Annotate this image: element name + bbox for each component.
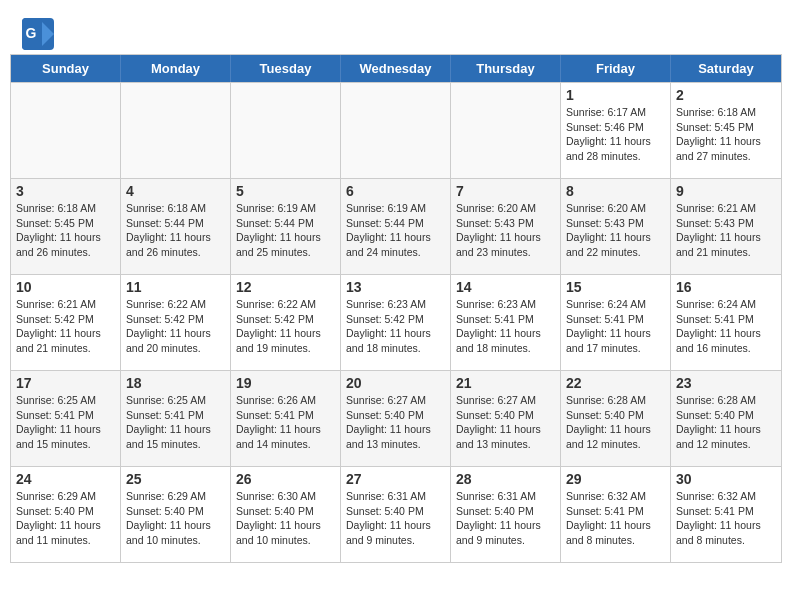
day-info: Sunrise: 6:31 AMSunset: 5:40 PMDaylight:…	[346, 489, 445, 548]
day-number: 24	[16, 471, 115, 487]
calendar-cell: 5Sunrise: 6:19 AMSunset: 5:44 PMDaylight…	[231, 179, 341, 274]
day-number: 6	[346, 183, 445, 199]
calendar-cell: 19Sunrise: 6:26 AMSunset: 5:41 PMDayligh…	[231, 371, 341, 466]
day-number: 19	[236, 375, 335, 391]
day-info: Sunrise: 6:29 AMSunset: 5:40 PMDaylight:…	[16, 489, 115, 548]
day-info: Sunrise: 6:31 AMSunset: 5:40 PMDaylight:…	[456, 489, 555, 548]
day-number: 3	[16, 183, 115, 199]
weekday-header-tuesday: Tuesday	[231, 55, 341, 82]
calendar-cell: 14Sunrise: 6:23 AMSunset: 5:41 PMDayligh…	[451, 275, 561, 370]
day-number: 8	[566, 183, 665, 199]
day-info: Sunrise: 6:27 AMSunset: 5:40 PMDaylight:…	[456, 393, 555, 452]
logo-icon: G	[20, 16, 50, 46]
day-number: 17	[16, 375, 115, 391]
day-info: Sunrise: 6:25 AMSunset: 5:41 PMDaylight:…	[126, 393, 225, 452]
day-info: Sunrise: 6:32 AMSunset: 5:41 PMDaylight:…	[676, 489, 776, 548]
day-number: 20	[346, 375, 445, 391]
day-info: Sunrise: 6:18 AMSunset: 5:44 PMDaylight:…	[126, 201, 225, 260]
weekday-header-monday: Monday	[121, 55, 231, 82]
day-info: Sunrise: 6:18 AMSunset: 5:45 PMDaylight:…	[16, 201, 115, 260]
day-number: 13	[346, 279, 445, 295]
day-number: 29	[566, 471, 665, 487]
day-number: 22	[566, 375, 665, 391]
page-header: G	[0, 0, 792, 54]
day-number: 16	[676, 279, 776, 295]
calendar-cell: 2Sunrise: 6:18 AMSunset: 5:45 PMDaylight…	[671, 83, 781, 178]
day-number: 7	[456, 183, 555, 199]
calendar-cell: 21Sunrise: 6:27 AMSunset: 5:40 PMDayligh…	[451, 371, 561, 466]
calendar-cell: 17Sunrise: 6:25 AMSunset: 5:41 PMDayligh…	[11, 371, 121, 466]
day-number: 18	[126, 375, 225, 391]
calendar-cell: 15Sunrise: 6:24 AMSunset: 5:41 PMDayligh…	[561, 275, 671, 370]
calendar-cell: 24Sunrise: 6:29 AMSunset: 5:40 PMDayligh…	[11, 467, 121, 562]
day-number: 11	[126, 279, 225, 295]
day-info: Sunrise: 6:23 AMSunset: 5:41 PMDaylight:…	[456, 297, 555, 356]
day-info: Sunrise: 6:23 AMSunset: 5:42 PMDaylight:…	[346, 297, 445, 356]
calendar-week-5: 24Sunrise: 6:29 AMSunset: 5:40 PMDayligh…	[11, 466, 781, 562]
calendar: SundayMondayTuesdayWednesdayThursdayFrid…	[10, 54, 782, 563]
calendar-cell	[11, 83, 121, 178]
day-info: Sunrise: 6:21 AMSunset: 5:43 PMDaylight:…	[676, 201, 776, 260]
day-info: Sunrise: 6:17 AMSunset: 5:46 PMDaylight:…	[566, 105, 665, 164]
day-number: 14	[456, 279, 555, 295]
day-info: Sunrise: 6:20 AMSunset: 5:43 PMDaylight:…	[566, 201, 665, 260]
calendar-cell: 11Sunrise: 6:22 AMSunset: 5:42 PMDayligh…	[121, 275, 231, 370]
calendar-cell: 23Sunrise: 6:28 AMSunset: 5:40 PMDayligh…	[671, 371, 781, 466]
calendar-cell	[231, 83, 341, 178]
day-number: 5	[236, 183, 335, 199]
day-info: Sunrise: 6:19 AMSunset: 5:44 PMDaylight:…	[346, 201, 445, 260]
day-info: Sunrise: 6:20 AMSunset: 5:43 PMDaylight:…	[456, 201, 555, 260]
day-info: Sunrise: 6:26 AMSunset: 5:41 PMDaylight:…	[236, 393, 335, 452]
calendar-cell: 7Sunrise: 6:20 AMSunset: 5:43 PMDaylight…	[451, 179, 561, 274]
calendar-cell: 8Sunrise: 6:20 AMSunset: 5:43 PMDaylight…	[561, 179, 671, 274]
day-number: 4	[126, 183, 225, 199]
calendar-cell	[121, 83, 231, 178]
calendar-cell: 4Sunrise: 6:18 AMSunset: 5:44 PMDaylight…	[121, 179, 231, 274]
day-number: 10	[16, 279, 115, 295]
logo: G	[20, 16, 52, 46]
calendar-cell: 29Sunrise: 6:32 AMSunset: 5:41 PMDayligh…	[561, 467, 671, 562]
day-number: 21	[456, 375, 555, 391]
day-number: 2	[676, 87, 776, 103]
svg-text:G: G	[26, 25, 37, 41]
day-info: Sunrise: 6:22 AMSunset: 5:42 PMDaylight:…	[236, 297, 335, 356]
day-number: 30	[676, 471, 776, 487]
day-info: Sunrise: 6:19 AMSunset: 5:44 PMDaylight:…	[236, 201, 335, 260]
weekday-header-wednesday: Wednesday	[341, 55, 451, 82]
day-number: 27	[346, 471, 445, 487]
calendar-cell: 20Sunrise: 6:27 AMSunset: 5:40 PMDayligh…	[341, 371, 451, 466]
day-info: Sunrise: 6:28 AMSunset: 5:40 PMDaylight:…	[676, 393, 776, 452]
calendar-cell: 30Sunrise: 6:32 AMSunset: 5:41 PMDayligh…	[671, 467, 781, 562]
calendar-cell: 12Sunrise: 6:22 AMSunset: 5:42 PMDayligh…	[231, 275, 341, 370]
day-number: 23	[676, 375, 776, 391]
weekday-header-friday: Friday	[561, 55, 671, 82]
calendar-cell: 22Sunrise: 6:28 AMSunset: 5:40 PMDayligh…	[561, 371, 671, 466]
day-info: Sunrise: 6:28 AMSunset: 5:40 PMDaylight:…	[566, 393, 665, 452]
weekday-header-thursday: Thursday	[451, 55, 561, 82]
day-number: 1	[566, 87, 665, 103]
calendar-week-4: 17Sunrise: 6:25 AMSunset: 5:41 PMDayligh…	[11, 370, 781, 466]
day-info: Sunrise: 6:22 AMSunset: 5:42 PMDaylight:…	[126, 297, 225, 356]
day-info: Sunrise: 6:24 AMSunset: 5:41 PMDaylight:…	[676, 297, 776, 356]
day-info: Sunrise: 6:21 AMSunset: 5:42 PMDaylight:…	[16, 297, 115, 356]
calendar-header: SundayMondayTuesdayWednesdayThursdayFrid…	[11, 55, 781, 82]
day-number: 15	[566, 279, 665, 295]
day-info: Sunrise: 6:27 AMSunset: 5:40 PMDaylight:…	[346, 393, 445, 452]
calendar-week-1: 1Sunrise: 6:17 AMSunset: 5:46 PMDaylight…	[11, 82, 781, 178]
day-number: 28	[456, 471, 555, 487]
calendar-cell: 3Sunrise: 6:18 AMSunset: 5:45 PMDaylight…	[11, 179, 121, 274]
calendar-cell: 1Sunrise: 6:17 AMSunset: 5:46 PMDaylight…	[561, 83, 671, 178]
day-number: 12	[236, 279, 335, 295]
calendar-cell: 10Sunrise: 6:21 AMSunset: 5:42 PMDayligh…	[11, 275, 121, 370]
calendar-cell: 6Sunrise: 6:19 AMSunset: 5:44 PMDaylight…	[341, 179, 451, 274]
calendar-cell: 25Sunrise: 6:29 AMSunset: 5:40 PMDayligh…	[121, 467, 231, 562]
calendar-cell: 9Sunrise: 6:21 AMSunset: 5:43 PMDaylight…	[671, 179, 781, 274]
calendar-cell: 28Sunrise: 6:31 AMSunset: 5:40 PMDayligh…	[451, 467, 561, 562]
day-info: Sunrise: 6:29 AMSunset: 5:40 PMDaylight:…	[126, 489, 225, 548]
weekday-header-sunday: Sunday	[11, 55, 121, 82]
day-info: Sunrise: 6:32 AMSunset: 5:41 PMDaylight:…	[566, 489, 665, 548]
day-info: Sunrise: 6:24 AMSunset: 5:41 PMDaylight:…	[566, 297, 665, 356]
day-number: 26	[236, 471, 335, 487]
calendar-cell: 18Sunrise: 6:25 AMSunset: 5:41 PMDayligh…	[121, 371, 231, 466]
weekday-header-saturday: Saturday	[671, 55, 781, 82]
